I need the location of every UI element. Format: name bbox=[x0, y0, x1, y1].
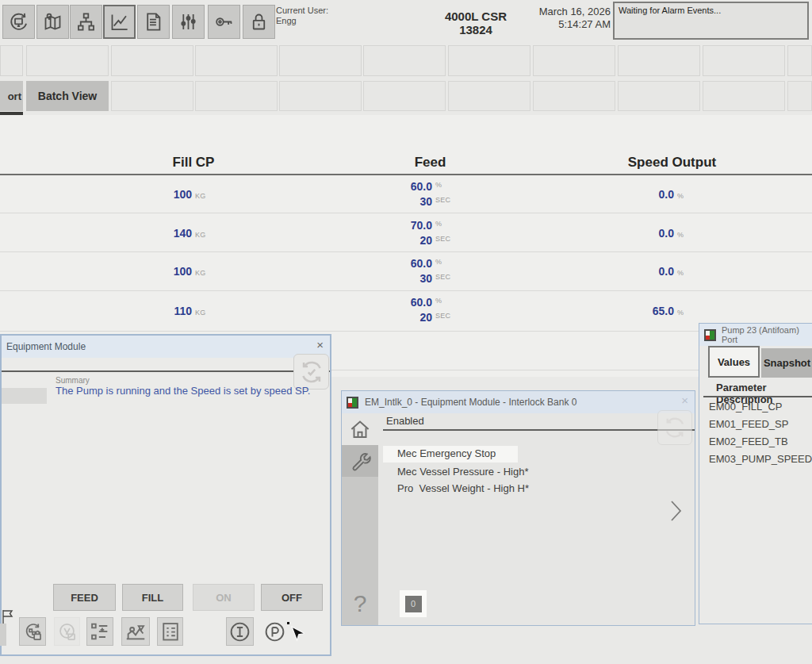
interlock-count-button[interactable]: 0 bbox=[400, 590, 427, 617]
mode-lock-button[interactable] bbox=[19, 617, 46, 646]
edge-partial-control bbox=[0, 624, 6, 646]
interlock-refresh-button[interactable] bbox=[657, 410, 692, 445]
tab-slot[interactable] bbox=[195, 81, 278, 111]
batch-overview-icon bbox=[124, 620, 147, 643]
close-icon[interactable]: × bbox=[681, 394, 688, 406]
fill-value: 110 bbox=[111, 305, 192, 317]
table-row[interactable]: 100KG 60.0% 30SEC 0.0% bbox=[0, 252, 812, 291]
feed-pct-value: 70.0 bbox=[411, 219, 432, 232]
alarm-banner[interactable]: Waiting for Alarm Events... bbox=[613, 2, 809, 40]
interlock-dialog: EM_Intlk_0 - Equipment Module - Interloc… bbox=[341, 390, 695, 626]
toolbar-slot[interactable] bbox=[279, 45, 362, 76]
tab-slot[interactable] bbox=[787, 81, 812, 111]
toolbar-slot[interactable] bbox=[787, 45, 812, 76]
key-button[interactable] bbox=[208, 5, 240, 39]
fill-unit: KG bbox=[195, 269, 206, 277]
home-icon bbox=[348, 417, 372, 441]
date-text: March 16, 2026 bbox=[498, 6, 611, 18]
pump-panel-titlebar[interactable]: Pump 23 (Antifoam) Port bbox=[699, 324, 812, 346]
toolbar-slot[interactable] bbox=[363, 45, 446, 76]
off-button[interactable]: OFF bbox=[261, 584, 323, 611]
feed-time-unit: SEC bbox=[435, 193, 450, 208]
table-row[interactable]: 100KG 60.0% 30SEC 0.0% bbox=[0, 175, 812, 213]
lock-button[interactable] bbox=[243, 5, 275, 39]
wrench-icon bbox=[349, 450, 371, 472]
expand-chevron-icon[interactable] bbox=[669, 499, 683, 523]
interlock-icon bbox=[228, 620, 251, 643]
hierarchy-button[interactable] bbox=[70, 5, 102, 39]
parameter-row[interactable]: EM03_PUMP_SPEED bbox=[709, 453, 812, 465]
refresh-icon bbox=[662, 415, 688, 440]
toolbar-slot[interactable] bbox=[618, 45, 700, 76]
tab-slot[interactable] bbox=[618, 81, 700, 111]
summary-text: The Pump is running and the Speed is set… bbox=[56, 385, 317, 397]
tab-values[interactable]: Values bbox=[708, 346, 760, 378]
tab-slot[interactable] bbox=[448, 81, 530, 111]
toolbar-slot[interactable] bbox=[195, 45, 278, 76]
table-row[interactable]: 110KG 60.0% 20SEC 65.0% bbox=[0, 291, 812, 332]
tab-slot[interactable] bbox=[279, 81, 362, 111]
fill-value: 140 bbox=[111, 227, 192, 240]
mode-indicator-box bbox=[2, 388, 47, 404]
batch-overview-button[interactable] bbox=[121, 617, 150, 646]
checklist-button[interactable] bbox=[157, 617, 183, 646]
help-icon: ? bbox=[354, 590, 367, 617]
sync-monitor-button[interactable] bbox=[2, 5, 35, 39]
tab-slot[interactable] bbox=[363, 81, 446, 111]
table-row[interactable]: 140KG 70.0% 20SEC 0.0% bbox=[0, 214, 812, 252]
summary-label: Summary bbox=[56, 376, 90, 385]
interlock-item[interactable]: Pro Vessel Weight - High H* bbox=[397, 482, 529, 494]
interlock-item[interactable]: Mec Emergency Stop bbox=[397, 447, 496, 459]
interlock-dialog-titlebar[interactable]: EM_Intlk_0 - Equipment Module - Interloc… bbox=[342, 391, 695, 413]
feed-pct-value: 60.0 bbox=[411, 257, 432, 270]
tab-slot[interactable] bbox=[111, 81, 193, 111]
speed-value: 0.0 bbox=[593, 188, 674, 201]
speed-value: 0.0 bbox=[593, 227, 674, 240]
document-icon bbox=[143, 11, 164, 33]
tab-slot[interactable] bbox=[533, 81, 615, 111]
on-button[interactable]: ON bbox=[193, 584, 255, 611]
feed-button[interactable]: FEED bbox=[53, 584, 116, 611]
toolbar-slot[interactable] bbox=[533, 45, 615, 76]
help-button[interactable]: ? bbox=[342, 587, 378, 620]
home-button[interactable] bbox=[342, 413, 378, 445]
settings-button[interactable] bbox=[342, 445, 378, 477]
feed-pct-unit: % bbox=[435, 217, 442, 232]
interlock-divider-line bbox=[383, 429, 695, 431]
tab-snapshot[interactable]: Snapshot bbox=[761, 348, 812, 378]
toolbar-slot[interactable] bbox=[26, 45, 109, 76]
flag-icon bbox=[2, 609, 13, 624]
document-button[interactable] bbox=[137, 5, 170, 39]
parameter-row[interactable]: EM02_FEED_TB bbox=[709, 436, 788, 447]
feed-button-label: FEED bbox=[71, 592, 98, 604]
tab-slot[interactable] bbox=[703, 81, 785, 111]
toolbar-slot[interactable] bbox=[703, 45, 785, 76]
parameter-row[interactable]: EM00_FILL_CP bbox=[709, 401, 783, 413]
tab-batch-view-label: Batch View bbox=[38, 90, 97, 102]
interlock-button[interactable] bbox=[226, 617, 254, 646]
sliders-button[interactable] bbox=[172, 5, 205, 39]
col-header-speed-output: Speed Output bbox=[603, 155, 741, 171]
time-text: 5:14:27 AM bbox=[498, 18, 611, 31]
map-button[interactable] bbox=[36, 5, 69, 39]
fill-button[interactable]: FILL bbox=[122, 584, 183, 611]
equipment-module-dialog-titlebar[interactable]: Equipment Module bbox=[2, 336, 330, 358]
toolbar-slot[interactable] bbox=[448, 45, 530, 76]
parameter-list-button[interactable] bbox=[86, 617, 113, 646]
permissive-button[interactable] bbox=[262, 619, 287, 644]
current-user-label: Current User: bbox=[276, 6, 328, 16]
tab-port-partial[interactable]: ort bbox=[0, 81, 23, 111]
close-icon[interactable]: × bbox=[316, 339, 324, 351]
pump-parameter-panel: Pump 23 (Antifoam) Port Values Snapshot … bbox=[699, 323, 812, 624]
toolbar-slot[interactable] bbox=[0, 45, 23, 76]
mode-lock-icon bbox=[22, 621, 44, 643]
equipment-module-dialog: Equipment Module × Summary The Pump is r… bbox=[0, 334, 331, 656]
tab-batch-view[interactable]: Batch View bbox=[26, 81, 109, 111]
fill-value: 100 bbox=[111, 188, 192, 201]
feed-time-value: 30 bbox=[419, 272, 432, 285]
toolbar-slot[interactable] bbox=[111, 45, 193, 76]
trend-button[interactable] bbox=[103, 5, 136, 39]
interlock-count-value: 0 bbox=[405, 596, 422, 612]
parameter-row[interactable]: EM01_FEED_SP bbox=[709, 418, 788, 430]
interlock-item[interactable]: Mec Vessel Pressure - High* bbox=[397, 466, 528, 478]
